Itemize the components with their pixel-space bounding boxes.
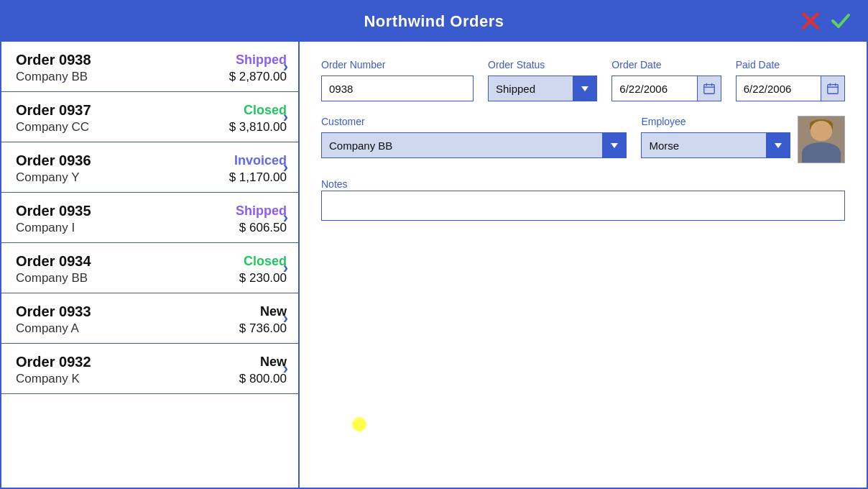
order-number-6: Order 0932 [16, 354, 91, 370]
order-status-select-wrap: NewShippedInvoicedClosed [488, 76, 597, 101]
employee-label: Employee [641, 116, 790, 127]
list-item-order-0938[interactable]: Order 0938 Shipped Company BB $ 2,870.00… [1, 42, 298, 92]
paid-date-group: Paid Date [736, 59, 845, 101]
order-company-0: Company BB [16, 70, 88, 84]
order-status-label: Order Status [488, 59, 597, 70]
svg-marker-11 [611, 143, 618, 148]
order-arrow-2[interactable]: › [283, 158, 288, 177]
employee-group: Employee MorseDavolioFullerLeverling [641, 116, 790, 158]
order-number-1: Order 0937 [16, 102, 91, 119]
order-status-0: Shipped [236, 52, 287, 68]
order-company-1: Company CC [16, 120, 89, 134]
order-arrow-1[interactable]: › [283, 108, 288, 127]
close-button[interactable] [799, 9, 822, 35]
order-company-6: Company K [16, 372, 80, 386]
order-status-2: Invoiced [234, 153, 287, 168]
order-number-5: Order 0933 [16, 303, 91, 320]
order-status-4: Closed [244, 254, 287, 269]
order-amount-2: $ 1,170.00 [229, 170, 287, 185]
app-title: Northwind Orders [364, 12, 504, 31]
list-item-order-0932[interactable]: Order 0932 New Company K $ 800.00 › [1, 344, 298, 394]
notes-section: Notes [321, 178, 845, 224]
order-number-2: Order 0936 [16, 152, 91, 169]
order-arrow-6[interactable]: › [283, 360, 288, 378]
svg-rect-7 [828, 85, 838, 94]
order-number-0: Order 0938 [16, 52, 91, 68]
app-window: Northwind Orders Order 0938 Shipped [0, 0, 868, 489]
order-status-1: Closed [244, 103, 287, 118]
order-amount-5: $ 736.00 [239, 321, 287, 336]
order-number-label: Order Number [321, 59, 474, 70]
list-item-order-0933[interactable]: Order 0933 New Company A $ 736.00 › [1, 293, 298, 344]
customer-group: Customer Company ACompany BBCompany CCCo… [321, 116, 627, 158]
order-amount-1: $ 3,810.00 [229, 120, 287, 134]
order-amount-0: $ 2,870.00 [229, 70, 287, 84]
list-item-order-0936[interactable]: Order 0936 Invoiced Company Y $ 1,170.00… [1, 142, 298, 193]
customer-select[interactable]: Company ACompany BBCompany CCCompany ICo… [321, 132, 627, 158]
list-item-order-0937[interactable]: Order 0937 Closed Company CC $ 3,810.00 … [1, 92, 298, 142]
order-company-2: Company Y [16, 170, 80, 185]
order-list[interactable]: Order 0938 Shipped Company BB $ 2,870.00… [1, 42, 300, 488]
customer-label: Customer [321, 116, 627, 127]
confirm-button[interactable] [829, 9, 852, 35]
employee-dropdown-button[interactable] [766, 132, 790, 158]
order-number-3: Order 0935 [16, 203, 91, 219]
detail-top-grid: Order Number Order Status NewShippedInvo… [321, 59, 845, 101]
notes-label: Notes [321, 178, 348, 190]
list-item-order-0934[interactable]: Order 0934 Closed Company BB $ 230.00 › [1, 243, 298, 293]
notes-input[interactable] [321, 191, 845, 221]
main-content: Order 0938 Shipped Company BB $ 2,870.00… [1, 42, 867, 488]
title-bar-buttons [799, 9, 852, 35]
order-company-3: Company I [16, 221, 75, 235]
photo-shoulders [802, 142, 841, 163]
customer-employee-grid: Customer Company ACompany BBCompany CCCo… [321, 116, 845, 163]
customer-select-wrap: Company ACompany BBCompany CCCompany ICo… [321, 132, 627, 158]
order-status-dropdown-button[interactable] [573, 76, 597, 101]
photo-head [811, 121, 832, 141]
order-arrow-0[interactable]: › [283, 58, 288, 76]
svg-rect-3 [703, 85, 714, 94]
order-number-group: Order Number [321, 59, 474, 101]
svg-marker-2 [581, 86, 588, 91]
order-arrow-4[interactable]: › [283, 259, 288, 278]
customer-dropdown-button[interactable] [602, 132, 627, 158]
order-amount-3: $ 606.50 [239, 221, 287, 235]
employee-photo [798, 116, 845, 163]
employee-photo-group: Employee MorseDavolioFullerLeverling [641, 116, 845, 163]
order-status-3: Shipped [236, 204, 287, 219]
paid-date-label: Paid Date [736, 59, 845, 70]
employee-select-wrap: MorseDavolioFullerLeverling [641, 132, 790, 158]
order-amount-6: $ 800.00 [239, 372, 287, 386]
order-date-group: Order Date [611, 59, 721, 101]
order-status-group: Order Status NewShippedInvoicedClosed [488, 59, 597, 101]
list-item-order-0935[interactable]: Order 0935 Shipped Company I $ 606.50 › [1, 193, 298, 243]
title-bar: Northwind Orders [1, 1, 867, 42]
paid-date-wrap [736, 76, 845, 101]
order-arrow-3[interactable]: › [283, 209, 288, 227]
order-company-4: Company BB [16, 271, 88, 285]
order-number-input[interactable] [321, 76, 474, 101]
order-number-4: Order 0934 [16, 253, 91, 270]
order-arrow-5[interactable]: › [283, 309, 288, 328]
order-amount-4: $ 230.00 [239, 271, 287, 285]
detail-panel: Order Number Order Status NewShippedInvo… [300, 42, 867, 488]
order-date-calendar-button[interactable] [697, 76, 721, 101]
order-date-wrap [611, 76, 721, 101]
order-date-label: Order Date [611, 59, 721, 70]
order-company-5: Company A [16, 321, 79, 336]
paid-date-calendar-button[interactable] [821, 76, 845, 101]
svg-marker-12 [775, 143, 782, 148]
